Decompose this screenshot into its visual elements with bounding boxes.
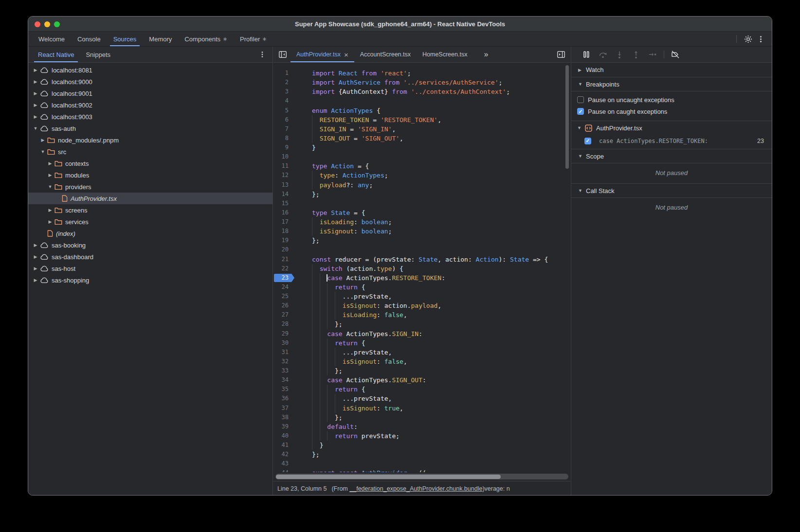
line-number-5[interactable]: 5 [273, 106, 294, 115]
line-number-21[interactable]: 21 [273, 255, 294, 264]
collapsed-arrow-icon[interactable]: ▶ [32, 91, 39, 96]
expanded-arrow-icon[interactable]: ▼ [39, 149, 46, 154]
collapsed-arrow-icon[interactable]: ▶ [47, 219, 54, 224]
collapsed-arrow-icon[interactable]: ▶ [47, 161, 54, 166]
line-number-39[interactable]: 39 [273, 422, 294, 431]
tree-item-sas-dashboard[interactable]: ▶sas-dashboard [28, 251, 273, 263]
main-tab-profiler[interactable]: Profiler [234, 32, 273, 46]
tree-item-providers[interactable]: ▼providers [28, 181, 273, 193]
tree-item-localhost-9003[interactable]: ▶localhost:9003 [28, 111, 273, 123]
line-number-33[interactable]: 33 [273, 366, 294, 375]
horizontal-scrollbar-thumb[interactable] [276, 475, 501, 479]
collapsed-arrow-icon[interactable]: ▶ [32, 278, 39, 283]
line-number-19[interactable]: 19 [273, 236, 294, 245]
step-over-button[interactable] [595, 48, 611, 61]
collapsed-arrow-icon[interactable]: ▶ [32, 243, 39, 248]
line-number-34[interactable]: 34 [273, 375, 294, 385]
breakpoint-file-authprovider-tsx[interactable]: ▼AuthProvider.tsx [571, 121, 772, 135]
line-number-37[interactable]: 37 [273, 404, 294, 413]
editor-tab-accountscreen-tsx[interactable]: AccountScreen.tsx [354, 47, 417, 62]
line-number-35[interactable]: 35 [273, 385, 294, 394]
line-number-24[interactable]: 24 [273, 283, 294, 292]
hide-navigator-toggle-icon[interactable] [278, 50, 288, 59]
close-window-button[interactable] [35, 21, 40, 27]
collapsed-arrow-icon[interactable]: ▶ [47, 208, 54, 213]
pause-button[interactable] [578, 48, 595, 61]
line-number-25[interactable]: 25 [273, 292, 294, 301]
more-options-kebab-icon[interactable] [754, 33, 767, 45]
tree-item-src[interactable]: ▼src [28, 146, 273, 158]
line-number-12[interactable]: 12 [273, 171, 294, 180]
collapsed-arrow-icon[interactable]: ▶ [32, 103, 39, 107]
tree-item-contexts[interactable]: ▶contexts [28, 158, 273, 169]
line-number-7[interactable]: 7 [273, 124, 294, 134]
minimize-window-button[interactable] [44, 21, 50, 27]
settings-gear-icon[interactable] [742, 33, 754, 45]
tree-item-localhost-9002[interactable]: ▶localhost:9002 [28, 99, 273, 111]
tree-item-services[interactable]: ▶services [28, 216, 273, 228]
deactivate-breakpoints-button[interactable] [667, 48, 684, 61]
line-number-30[interactable]: 30 [273, 338, 294, 348]
close-tab-icon[interactable]: × [344, 51, 348, 58]
breakpoint-entry[interactable]: ✓case ActionTypes.RESTORE_TOKEN:23 [571, 135, 772, 147]
collapsed-arrow-icon[interactable]: ▶ [32, 79, 39, 84]
checkbox-checked[interactable]: ✓ [577, 108, 584, 115]
line-number-44[interactable]: 44 [273, 468, 294, 472]
collapsed-arrow-icon[interactable]: ▶ [32, 254, 39, 259]
editor-tab-authprovider-tsx[interactable]: AuthProvider.tsx× [291, 47, 354, 62]
tree-item-authprovider-tsx[interactable]: AuthProvider.tsx [28, 193, 273, 204]
option-pause-on-caught-exceptions[interactable]: ✓Pause on caught exceptions [571, 106, 772, 117]
line-number-9[interactable]: 9 [273, 143, 294, 152]
line-number-29[interactable]: 29 [273, 329, 294, 338]
scope-section-header[interactable]: ▼ Scope [571, 149, 772, 163]
tree-item-modules[interactable]: ▶modules [28, 169, 273, 181]
tree-item-localhost-9000[interactable]: ▶localhost:9000 [28, 76, 273, 88]
tree-item-sas-shopping[interactable]: ▶sas-shopping [28, 274, 273, 286]
expanded-arrow-icon[interactable]: ▼ [47, 184, 54, 189]
step-button[interactable] [644, 48, 661, 61]
line-number-17[interactable]: 17 [273, 217, 294, 227]
vertical-scrollbar-thumb[interactable] [565, 65, 569, 169]
line-number-27[interactable]: 27 [273, 310, 294, 319]
line-number-11[interactable]: 11 [273, 161, 294, 171]
editor-tab-homescreen-tsx[interactable]: HomeScreen.tsx [417, 47, 473, 62]
tree-item-localhost-9001[interactable]: ▶localhost:9001 [28, 88, 273, 99]
line-number-20[interactable]: 20 [273, 245, 294, 254]
main-tab-console[interactable]: Console [71, 32, 107, 46]
more-tabs-chevron[interactable]: » [484, 50, 488, 59]
navigator-tab-snippets[interactable]: Snippets [80, 47, 116, 62]
collapsed-arrow-icon[interactable]: ▶ [32, 266, 39, 271]
tree-item-sas-host[interactable]: ▶sas-host [28, 263, 273, 274]
option-pause-on-uncaught-exceptions[interactable]: Pause on uncaught exceptions [571, 94, 772, 106]
collapsed-arrow-icon[interactable]: ▶ [32, 68, 39, 72]
line-number-43[interactable]: 43 [273, 459, 294, 468]
line-number-13[interactable]: 13 [273, 180, 294, 190]
line-number-26[interactable]: 26 [273, 301, 294, 310]
line-number-36[interactable]: 36 [273, 394, 294, 403]
main-tab-components[interactable]: Components [178, 32, 234, 46]
line-number-31[interactable]: 31 [273, 348, 294, 357]
watch-section-header[interactable]: ▶ Watch [571, 63, 772, 77]
expanded-arrow-icon[interactable]: ▼ [32, 126, 39, 131]
collapsed-arrow-icon[interactable]: ▶ [32, 114, 39, 119]
line-number-3[interactable]: 3 [273, 87, 294, 96]
line-number-32[interactable]: 32 [273, 357, 294, 366]
tree-item-index[interactable]: (index) [28, 228, 273, 239]
navigator-tab-react-native[interactable]: React Native [32, 47, 80, 62]
show-debugger-toggle-icon[interactable] [556, 50, 566, 59]
main-tab-sources[interactable]: Sources [107, 32, 143, 46]
line-number-1[interactable]: 1 [273, 69, 294, 78]
tree-item-node-modules-pnpm[interactable]: ▶node_modules/.pnpm [28, 134, 273, 146]
line-number-22[interactable]: 22 [273, 264, 294, 273]
tree-item-localhost-8081[interactable]: ▶localhost:8081 [28, 64, 273, 76]
tree-item-sas-booking[interactable]: ▶sas-booking [28, 239, 273, 251]
checkbox-checked[interactable]: ✓ [584, 138, 591, 144]
collapsed-arrow-icon[interactable]: ▶ [47, 173, 54, 177]
line-number-38[interactable]: 38 [273, 413, 294, 422]
line-number-28[interactable]: 28 [273, 319, 294, 329]
step-into-button[interactable] [611, 48, 628, 61]
line-number-40[interactable]: 40 [273, 431, 294, 441]
code-editor[interactable]: 1import React from 'react';2import AuthS… [273, 63, 571, 472]
line-number-16[interactable]: 16 [273, 208, 294, 217]
tree-item-sas-auth[interactable]: ▼sas-auth [28, 123, 273, 134]
